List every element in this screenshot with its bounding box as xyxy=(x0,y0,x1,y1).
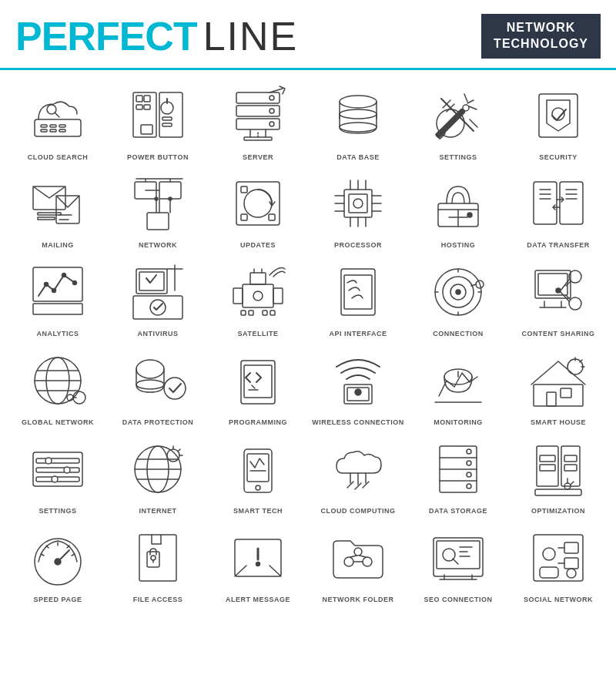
svg-point-69 xyxy=(353,199,363,208)
icon-label: DATA BASE xyxy=(336,153,379,162)
svg-line-36 xyxy=(464,94,467,102)
icon-svg xyxy=(524,346,593,415)
icon-cell-smart-house: SMART HOUSE xyxy=(508,341,608,430)
icon-label: SERVER xyxy=(243,153,273,162)
icon-svg xyxy=(223,169,293,238)
icon-cell-satellite: SATELLITE xyxy=(208,253,308,341)
icon-svg xyxy=(424,169,493,238)
icon-svg xyxy=(323,523,393,593)
svg-point-149 xyxy=(164,378,186,399)
icon-cell-content-sharing: CONTENT SHARING xyxy=(508,253,608,341)
svg-rect-238 xyxy=(564,558,578,569)
svg-rect-20 xyxy=(236,106,280,116)
icon-label: SATELLITE xyxy=(238,330,279,338)
svg-rect-66 xyxy=(269,214,275,220)
icon-cell-power-button: POWER BUTTON xyxy=(108,76,208,165)
icon-cell-network-folder: NETWORK FOLDER xyxy=(308,519,408,607)
icon-cell-seo-connection: SEO CONNECTION xyxy=(408,519,508,607)
icon-label: SPEED PAGE xyxy=(34,596,82,604)
icon-cell-cloud-search: CLOUD SEARCH xyxy=(8,76,108,165)
svg-rect-6 xyxy=(41,129,47,132)
svg-rect-168 xyxy=(36,468,79,472)
icon-cell-data-base: DATA BASE xyxy=(308,76,408,165)
icon-svg xyxy=(23,435,92,504)
icon-svg xyxy=(424,435,493,504)
svg-point-192 xyxy=(467,472,471,477)
svg-point-122 xyxy=(456,290,460,294)
icon-svg xyxy=(223,435,293,504)
svg-rect-108 xyxy=(273,288,283,304)
icon-label: SMART HOUSE xyxy=(531,418,586,427)
icon-cell-server: SERVER xyxy=(208,76,308,165)
icon-cell-connection: CONNECTION xyxy=(408,253,508,341)
icon-svg xyxy=(323,257,393,327)
svg-rect-107 xyxy=(233,288,243,304)
icon-cell-hosting: HOSTING xyxy=(408,164,508,253)
svg-rect-115 xyxy=(263,311,267,315)
icon-label: NETWORK xyxy=(139,241,177,250)
icon-label: NETWORK FOLDER xyxy=(323,596,394,604)
svg-point-217 xyxy=(256,562,260,566)
svg-rect-14 xyxy=(144,105,150,109)
svg-point-193 xyxy=(467,484,471,489)
icon-label: SOCIAL NETWORK xyxy=(524,596,593,604)
svg-rect-117 xyxy=(341,269,375,315)
svg-rect-116 xyxy=(270,311,275,315)
svg-rect-200 xyxy=(535,489,581,495)
svg-rect-130 xyxy=(538,274,567,295)
svg-rect-199 xyxy=(564,465,577,471)
svg-rect-4 xyxy=(50,125,56,127)
svg-point-29 xyxy=(340,96,377,108)
icon-svg xyxy=(123,346,192,415)
svg-rect-10 xyxy=(159,92,182,137)
icon-label: WIRELESS CONNECTION xyxy=(312,418,404,427)
icon-svg xyxy=(123,81,192,150)
icon-label: CLOUD SEARCH xyxy=(28,153,89,162)
icon-cell-data-protection: DATA PROTECTION xyxy=(108,341,208,430)
svg-rect-0 xyxy=(35,119,81,136)
svg-rect-161 xyxy=(561,388,571,398)
icon-svg xyxy=(323,169,393,238)
icon-label: OPTIMIZATION xyxy=(531,507,585,515)
icon-cell-settings: SETTINGS xyxy=(408,76,508,165)
icon-cell-analytics: ANALYTICS xyxy=(8,253,108,341)
icon-svg xyxy=(23,169,92,238)
svg-rect-94 xyxy=(33,304,82,314)
svg-rect-46 xyxy=(38,213,61,215)
svg-point-22 xyxy=(270,96,274,100)
svg-rect-213 xyxy=(147,552,159,567)
svg-point-85 xyxy=(467,213,472,217)
icon-svg xyxy=(524,169,593,238)
icon-label: POWER BUTTON xyxy=(127,153,189,162)
icon-label: PROCESSOR xyxy=(334,241,382,250)
icons-grid: CLOUD SEARCHPOWER BUTTONSERVERDATA BASES… xyxy=(0,70,616,610)
icon-cell-alert-message: ALERT MESSAGE xyxy=(208,519,308,607)
icon-cell-processor: PROCESSOR xyxy=(308,164,408,253)
icon-cell-global-network: GLOBAL NETWORK xyxy=(8,341,108,430)
icon-label: UPDATES xyxy=(240,241,276,250)
svg-rect-224 xyxy=(434,538,483,576)
svg-rect-159 xyxy=(534,384,583,406)
icon-svg xyxy=(424,257,493,327)
svg-line-38 xyxy=(469,106,477,109)
svg-point-33 xyxy=(340,123,377,132)
icon-svg xyxy=(223,257,293,327)
svg-line-208 xyxy=(46,546,49,548)
svg-point-219 xyxy=(363,557,372,566)
svg-line-2 xyxy=(55,112,59,117)
svg-rect-13 xyxy=(136,105,142,109)
icon-cell-wireless-connection: WIRELESS CONNECTION xyxy=(308,341,408,430)
icon-label: API INTERFACE xyxy=(329,330,387,338)
svg-rect-64 xyxy=(241,186,247,193)
icon-svg xyxy=(323,81,393,150)
svg-rect-212 xyxy=(139,535,176,581)
svg-line-152 xyxy=(252,385,255,388)
icon-label: INTERNET xyxy=(139,507,177,515)
svg-point-184 xyxy=(256,485,260,490)
svg-point-30 xyxy=(340,109,377,119)
icon-label: CONNECTION xyxy=(433,330,484,338)
svg-rect-68 xyxy=(349,194,367,213)
icon-svg xyxy=(323,435,393,504)
svg-rect-196 xyxy=(540,455,555,462)
svg-line-180 xyxy=(178,449,180,452)
